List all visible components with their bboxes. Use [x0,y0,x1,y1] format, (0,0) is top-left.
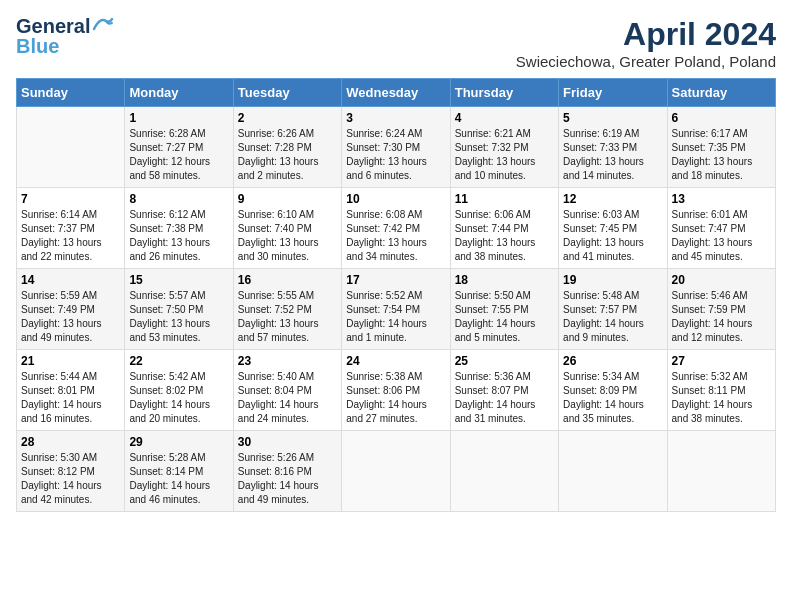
day-info: Sunrise: 6:24 AMSunset: 7:30 PMDaylight:… [346,127,445,183]
day-info: Sunrise: 6:01 AMSunset: 7:47 PMDaylight:… [672,208,771,264]
calendar-cell: 10Sunrise: 6:08 AMSunset: 7:42 PMDayligh… [342,188,450,269]
day-info: Sunrise: 5:57 AMSunset: 7:50 PMDaylight:… [129,289,228,345]
day-info: Sunrise: 6:06 AMSunset: 7:44 PMDaylight:… [455,208,554,264]
weekday-header-row: SundayMondayTuesdayWednesdayThursdayFrid… [17,79,776,107]
day-number: 25 [455,354,554,368]
logo-text: General [16,16,90,36]
calendar-cell: 12Sunrise: 6:03 AMSunset: 7:45 PMDayligh… [559,188,667,269]
day-number: 4 [455,111,554,125]
calendar-cell [450,431,558,512]
day-number: 11 [455,192,554,206]
calendar-cell: 21Sunrise: 5:44 AMSunset: 8:01 PMDayligh… [17,350,125,431]
calendar-cell: 18Sunrise: 5:50 AMSunset: 7:55 PMDayligh… [450,269,558,350]
day-number: 13 [672,192,771,206]
calendar-cell: 22Sunrise: 5:42 AMSunset: 8:02 PMDayligh… [125,350,233,431]
day-number: 30 [238,435,337,449]
week-row-3: 14Sunrise: 5:59 AMSunset: 7:49 PMDayligh… [17,269,776,350]
logo-bird-icon [92,15,114,33]
calendar-cell: 8Sunrise: 6:12 AMSunset: 7:38 PMDaylight… [125,188,233,269]
week-row-1: 1Sunrise: 6:28 AMSunset: 7:27 PMDaylight… [17,107,776,188]
weekday-header-wednesday: Wednesday [342,79,450,107]
month-title: April 2024 [516,16,776,53]
day-info: Sunrise: 6:03 AMSunset: 7:45 PMDaylight:… [563,208,662,264]
calendar-cell: 30Sunrise: 5:26 AMSunset: 8:16 PMDayligh… [233,431,341,512]
weekday-header-tuesday: Tuesday [233,79,341,107]
day-number: 3 [346,111,445,125]
day-number: 29 [129,435,228,449]
calendar-cell: 25Sunrise: 5:36 AMSunset: 8:07 PMDayligh… [450,350,558,431]
calendar-cell: 23Sunrise: 5:40 AMSunset: 8:04 PMDayligh… [233,350,341,431]
day-info: Sunrise: 6:08 AMSunset: 7:42 PMDaylight:… [346,208,445,264]
calendar-cell: 9Sunrise: 6:10 AMSunset: 7:40 PMDaylight… [233,188,341,269]
day-number: 8 [129,192,228,206]
calendar-cell: 6Sunrise: 6:17 AMSunset: 7:35 PMDaylight… [667,107,775,188]
calendar-cell: 15Sunrise: 5:57 AMSunset: 7:50 PMDayligh… [125,269,233,350]
calendar-cell: 13Sunrise: 6:01 AMSunset: 7:47 PMDayligh… [667,188,775,269]
calendar-cell: 28Sunrise: 5:30 AMSunset: 8:12 PMDayligh… [17,431,125,512]
weekday-header-saturday: Saturday [667,79,775,107]
day-info: Sunrise: 5:59 AMSunset: 7:49 PMDaylight:… [21,289,120,345]
week-row-2: 7Sunrise: 6:14 AMSunset: 7:37 PMDaylight… [17,188,776,269]
day-info: Sunrise: 5:46 AMSunset: 7:59 PMDaylight:… [672,289,771,345]
weekday-header-thursday: Thursday [450,79,558,107]
day-number: 20 [672,273,771,287]
day-number: 18 [455,273,554,287]
day-info: Sunrise: 6:10 AMSunset: 7:40 PMDaylight:… [238,208,337,264]
calendar-cell: 26Sunrise: 5:34 AMSunset: 8:09 PMDayligh… [559,350,667,431]
day-info: Sunrise: 6:21 AMSunset: 7:32 PMDaylight:… [455,127,554,183]
calendar-cell: 1Sunrise: 6:28 AMSunset: 7:27 PMDaylight… [125,107,233,188]
calendar-cell: 7Sunrise: 6:14 AMSunset: 7:37 PMDaylight… [17,188,125,269]
day-info: Sunrise: 5:42 AMSunset: 8:02 PMDaylight:… [129,370,228,426]
day-number: 12 [563,192,662,206]
calendar-cell [17,107,125,188]
day-number: 23 [238,354,337,368]
day-info: Sunrise: 5:50 AMSunset: 7:55 PMDaylight:… [455,289,554,345]
weekday-header-monday: Monday [125,79,233,107]
day-info: Sunrise: 6:14 AMSunset: 7:37 PMDaylight:… [21,208,120,264]
calendar-cell [342,431,450,512]
calendar-cell: 2Sunrise: 6:26 AMSunset: 7:28 PMDaylight… [233,107,341,188]
logo: General Blue [16,16,114,56]
day-info: Sunrise: 5:34 AMSunset: 8:09 PMDaylight:… [563,370,662,426]
day-info: Sunrise: 5:26 AMSunset: 8:16 PMDaylight:… [238,451,337,507]
day-number: 2 [238,111,337,125]
calendar-cell: 14Sunrise: 5:59 AMSunset: 7:49 PMDayligh… [17,269,125,350]
day-info: Sunrise: 5:40 AMSunset: 8:04 PMDaylight:… [238,370,337,426]
calendar-cell [559,431,667,512]
day-number: 16 [238,273,337,287]
day-number: 19 [563,273,662,287]
day-info: Sunrise: 5:52 AMSunset: 7:54 PMDaylight:… [346,289,445,345]
day-number: 7 [21,192,120,206]
day-info: Sunrise: 5:30 AMSunset: 8:12 PMDaylight:… [21,451,120,507]
day-info: Sunrise: 6:12 AMSunset: 7:38 PMDaylight:… [129,208,228,264]
day-number: 15 [129,273,228,287]
week-row-5: 28Sunrise: 5:30 AMSunset: 8:12 PMDayligh… [17,431,776,512]
day-number: 28 [21,435,120,449]
day-number: 26 [563,354,662,368]
weekday-header-sunday: Sunday [17,79,125,107]
calendar-cell: 27Sunrise: 5:32 AMSunset: 8:11 PMDayligh… [667,350,775,431]
week-row-4: 21Sunrise: 5:44 AMSunset: 8:01 PMDayligh… [17,350,776,431]
day-info: Sunrise: 5:44 AMSunset: 8:01 PMDaylight:… [21,370,120,426]
day-number: 27 [672,354,771,368]
day-number: 17 [346,273,445,287]
calendar-cell: 11Sunrise: 6:06 AMSunset: 7:44 PMDayligh… [450,188,558,269]
day-number: 10 [346,192,445,206]
day-info: Sunrise: 5:32 AMSunset: 8:11 PMDaylight:… [672,370,771,426]
day-number: 22 [129,354,228,368]
day-number: 9 [238,192,337,206]
calendar-cell: 20Sunrise: 5:46 AMSunset: 7:59 PMDayligh… [667,269,775,350]
day-number: 6 [672,111,771,125]
day-number: 24 [346,354,445,368]
weekday-header-friday: Friday [559,79,667,107]
logo-blue-text: Blue [16,36,59,56]
day-info: Sunrise: 5:48 AMSunset: 7:57 PMDaylight:… [563,289,662,345]
day-number: 21 [21,354,120,368]
calendar-cell [667,431,775,512]
day-info: Sunrise: 5:55 AMSunset: 7:52 PMDaylight:… [238,289,337,345]
day-info: Sunrise: 6:28 AMSunset: 7:27 PMDaylight:… [129,127,228,183]
calendar-cell: 16Sunrise: 5:55 AMSunset: 7:52 PMDayligh… [233,269,341,350]
calendar-cell: 3Sunrise: 6:24 AMSunset: 7:30 PMDaylight… [342,107,450,188]
day-info: Sunrise: 5:28 AMSunset: 8:14 PMDaylight:… [129,451,228,507]
calendar-cell: 17Sunrise: 5:52 AMSunset: 7:54 PMDayligh… [342,269,450,350]
